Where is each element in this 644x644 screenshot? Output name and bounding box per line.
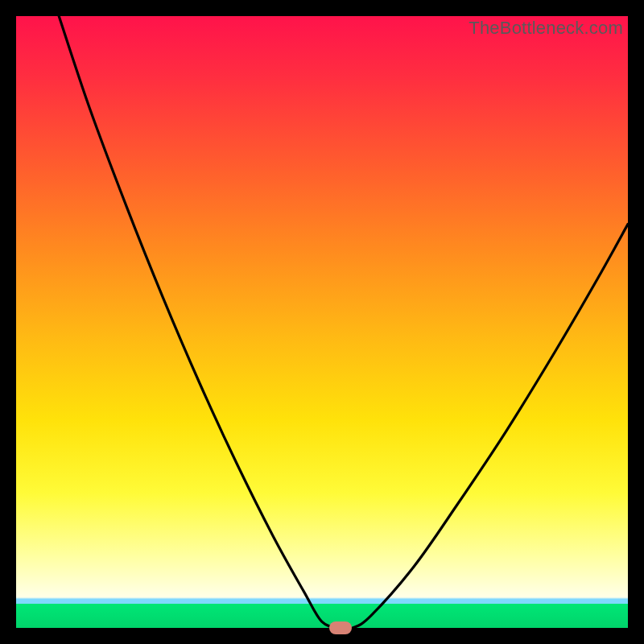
bottleneck-marker [329, 621, 352, 634]
curve-path [59, 16, 628, 628]
chart-frame: TheBottleneck.com [0, 0, 644, 644]
plot-area: TheBottleneck.com [16, 16, 628, 628]
bottleneck-curve [16, 16, 628, 628]
watermark-text: TheBottleneck.com [469, 18, 623, 39]
